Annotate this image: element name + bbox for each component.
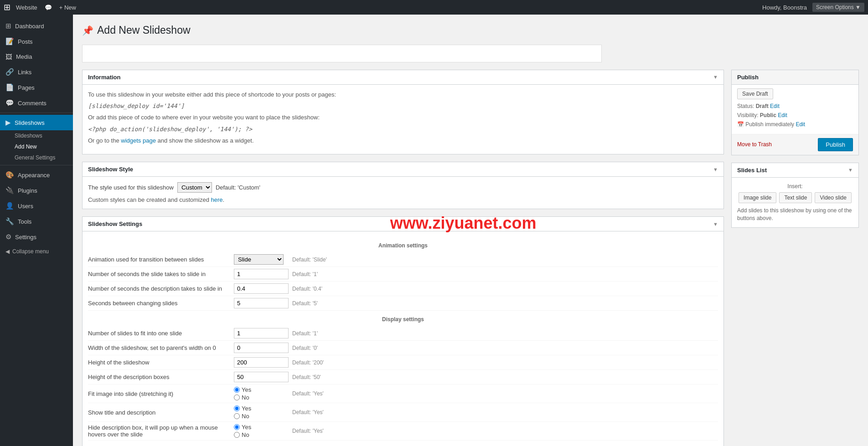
- fit-image-yes-label[interactable]: Yes: [234, 386, 289, 393]
- slides-list-toggle[interactable]: ▼: [848, 167, 853, 173]
- height-input[interactable]: [234, 357, 289, 368]
- sidebar-item-pages[interactable]: 📄 Pages: [0, 80, 73, 95]
- site-name[interactable]: Website: [16, 4, 37, 11]
- menu-divider-2: [0, 165, 73, 165]
- publish-button[interactable]: Publish: [818, 138, 853, 151]
- sidebar-item-slideshows[interactable]: ▶ Slideshows: [0, 115, 73, 130]
- height-input-wrap: [234, 357, 289, 368]
- show-title-yes-label[interactable]: Yes: [234, 405, 289, 412]
- between-slides-input[interactable]: [234, 298, 289, 308]
- show-title-yes-radio[interactable]: [234, 405, 240, 411]
- admin-bar: ⊞ Website 💬 + New Howdy, Boonstra Screen…: [0, 0, 868, 15]
- slides-list-header[interactable]: Slides List ▼: [732, 163, 858, 178]
- visibility-label: Visibility:: [737, 112, 758, 118]
- fit-image-no-radio[interactable]: [234, 395, 240, 400]
- new-item[interactable]: + New: [59, 4, 76, 11]
- width-input[interactable]: [234, 343, 289, 353]
- desc-height-label: Height of the description boxes: [88, 374, 234, 380]
- show-title-label: Show title and description: [88, 409, 234, 416]
- settings-row-show-title: Show title and description Yes No Defaul…: [88, 403, 718, 422]
- submenu-add-new[interactable]: Add New: [0, 141, 73, 152]
- style-label: The style used for this slideshow: [88, 184, 174, 191]
- hide-desc-yes-radio[interactable]: [234, 424, 240, 430]
- move-to-trash-button[interactable]: Move to Trash: [737, 141, 772, 148]
- slideshows-label: Slideshows: [15, 119, 45, 126]
- fit-image-input-wrap: Yes No: [234, 386, 289, 401]
- fit-image-no-label[interactable]: No: [234, 394, 289, 401]
- post-title-input[interactable]: [82, 45, 602, 62]
- sidebar-item-users[interactable]: 👤 Users: [0, 198, 73, 214]
- num-slides-input[interactable]: [234, 328, 289, 338]
- menu-divider: [0, 113, 73, 113]
- slides-list-body: Insert: Image slide Text slide Video sli…: [732, 178, 858, 228]
- animation-default: Default: 'Slide': [292, 256, 327, 263]
- animation-select[interactable]: Slide Fade No Animation: [234, 254, 284, 265]
- between-slides-input-wrap: [234, 298, 289, 308]
- show-title-no-label[interactable]: No: [234, 413, 289, 420]
- slide-seconds-default: Default: '1': [292, 271, 318, 277]
- style-here-link[interactable]: here: [211, 196, 223, 203]
- desc-seconds-input[interactable]: [234, 283, 289, 294]
- visibility-edit-link[interactable]: Edit: [778, 112, 787, 118]
- submenu-general-settings[interactable]: General Settings: [0, 152, 73, 163]
- slideshow-settings-title: Slideshow Settings: [88, 220, 142, 227]
- fit-image-label: Fit image into slide (stretching it): [88, 390, 234, 397]
- slides-help-text: Add slides to this slideshow by using on…: [737, 207, 853, 222]
- fit-image-yes-radio[interactable]: [234, 387, 240, 393]
- media-label: Media: [16, 53, 32, 60]
- sidebar-item-links[interactable]: 🔗 Links: [0, 64, 73, 80]
- sidebar-item-posts[interactable]: 📝 Posts: [0, 34, 73, 49]
- page-title: Add New Slideshow: [97, 24, 191, 37]
- widgets-page-link[interactable]: widgets page: [121, 137, 156, 144]
- sidebar-item-appearance[interactable]: 🎨 Appearance: [0, 167, 73, 183]
- sidebar-item-comments[interactable]: 💬 Comments: [0, 95, 73, 111]
- slide-seconds-input-wrap: [234, 269, 289, 279]
- show-title-no-radio[interactable]: [234, 413, 240, 419]
- slide-seconds-label: Number of seconds the slide takes to sli…: [88, 271, 234, 277]
- publish-body: Save Draft Status: Draft Edit Visibility…: [732, 85, 858, 134]
- bubble-icon[interactable]: 💬: [45, 4, 52, 11]
- sidebar-item-dashboard[interactable]: ⊞ Dashboard: [0, 18, 73, 34]
- hide-desc-no-radio[interactable]: [234, 432, 240, 438]
- info-php-code: <?php do_action('slideshow_deploy', '144…: [88, 126, 718, 133]
- pages-label: Pages: [18, 84, 35, 91]
- slideshow-settings-header[interactable]: Slideshow Settings ▼: [83, 217, 723, 231]
- slideshow-style-header[interactable]: Slideshow Style ▼: [83, 162, 723, 177]
- image-slide-button[interactable]: Image slide: [739, 192, 776, 203]
- sidebar-item-media[interactable]: 🖼 Media: [0, 49, 73, 64]
- sidebar-item-settings[interactable]: ⚙ Settings: [0, 229, 73, 245]
- hide-desc-yes-label[interactable]: Yes: [234, 424, 289, 431]
- desc-height-input[interactable]: [234, 372, 289, 382]
- slideshow-settings-toggle[interactable]: ▼: [713, 221, 718, 227]
- slideshow-style-toggle[interactable]: ▼: [713, 167, 718, 172]
- wp-logo[interactable]: ⊞: [4, 2, 10, 12]
- video-slide-button[interactable]: Video slide: [815, 192, 852, 203]
- dashboard-icon: ⊞: [5, 22, 11, 30]
- save-draft-button[interactable]: Save Draft: [737, 88, 773, 99]
- submenu-all-slideshows[interactable]: Slideshows: [0, 130, 73, 141]
- slideshow-style-metabox: Slideshow Style ▼ The style used for thi…: [82, 162, 724, 209]
- publish-box: Publish Save Draft Status: Draft Edit Vi…: [731, 70, 859, 155]
- slide-seconds-input[interactable]: [234, 269, 289, 279]
- information-body: To use this slideshow in your website ei…: [83, 85, 723, 154]
- style-select[interactable]: Custom Default Light Dark: [177, 182, 212, 193]
- screen-options-button[interactable]: Screen Options ▼: [812, 3, 864, 12]
- information-metabox-header[interactable]: Information ▼: [83, 70, 723, 85]
- collapse-menu-button[interactable]: ◀ Collapse menu: [0, 245, 73, 258]
- style-default-text: Default: 'Custom': [216, 184, 260, 191]
- sidebar-item-tools[interactable]: 🔧 Tools: [0, 214, 73, 229]
- status-label: Status:: [737, 103, 754, 109]
- status-edit-link[interactable]: Edit: [770, 103, 780, 109]
- publish-time-edit-link[interactable]: Edit: [796, 121, 805, 128]
- information-toggle[interactable]: ▼: [713, 74, 718, 80]
- sidebar-item-plugins[interactable]: 🔌 Plugins: [0, 183, 73, 198]
- hide-desc-no-label[interactable]: No: [234, 431, 289, 438]
- posts-icon: 📝: [5, 37, 14, 46]
- adminbar-right: Howdy, Boonstra Screen Options ▼: [762, 3, 864, 12]
- style-row: The style used for this slideshow Custom…: [88, 182, 718, 193]
- settings-row-fit-image: Fit image into slide (stretching it) Yes…: [88, 384, 718, 403]
- posts-label: Posts: [18, 38, 33, 45]
- show-title-default: Default: 'Yes': [292, 409, 324, 415]
- text-slide-button[interactable]: Text slide: [779, 192, 812, 203]
- info-text-1: To use this slideshow in your website ei…: [88, 90, 718, 99]
